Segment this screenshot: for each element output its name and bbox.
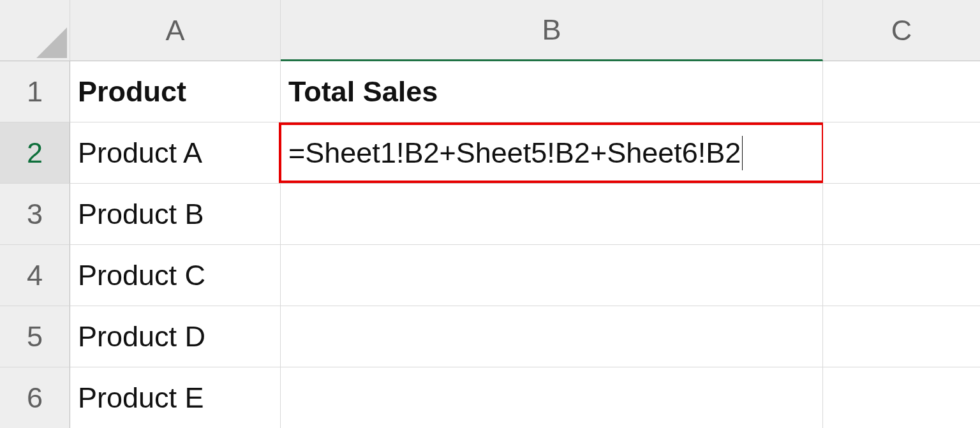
row-header-2[interactable]: 2 — [0, 122, 70, 184]
cell-C3[interactable] — [823, 184, 980, 245]
row-header-3[interactable]: 3 — [0, 184, 70, 245]
cell-B2-editing[interactable]: =Sheet1!B2+Sheet5!B2+Sheet6!B2 — [281, 122, 823, 184]
cell-C6[interactable] — [823, 367, 980, 428]
row-header-5[interactable]: 5 — [0, 306, 70, 367]
row-header-4[interactable]: 4 — [0, 245, 70, 306]
cell-A6[interactable]: Product E — [70, 367, 281, 428]
col-header-B[interactable]: B — [281, 0, 823, 61]
spreadsheet-grid[interactable]: A B C 1 Product Total Sales 2 Product A … — [0, 0, 980, 428]
select-all-triangle[interactable] — [0, 0, 70, 61]
cell-A2[interactable]: Product A — [70, 122, 281, 184]
cell-C2[interactable] — [823, 122, 980, 184]
cell-B4[interactable] — [281, 245, 823, 306]
text-cursor — [742, 136, 743, 170]
cell-A1[interactable]: Product — [70, 61, 281, 122]
cell-B1[interactable]: Total Sales — [281, 61, 823, 122]
row-header-6[interactable]: 6 — [0, 367, 70, 428]
col-header-C[interactable]: C — [823, 0, 980, 61]
cell-A5[interactable]: Product D — [70, 306, 281, 367]
cell-B3[interactable] — [281, 184, 823, 245]
cell-C4[interactable] — [823, 245, 980, 306]
formula-text: =Sheet1!B2+Sheet5!B2+Sheet6!B2 — [288, 137, 741, 170]
cell-B5[interactable] — [281, 306, 823, 367]
cell-C1[interactable] — [823, 61, 980, 122]
col-header-A[interactable]: A — [70, 0, 281, 61]
cell-A4[interactable]: Product C — [70, 245, 281, 306]
cell-C5[interactable] — [823, 306, 980, 367]
row-header-1[interactable]: 1 — [0, 61, 70, 122]
cell-A3[interactable]: Product B — [70, 184, 281, 245]
cell-B6[interactable] — [281, 367, 823, 428]
